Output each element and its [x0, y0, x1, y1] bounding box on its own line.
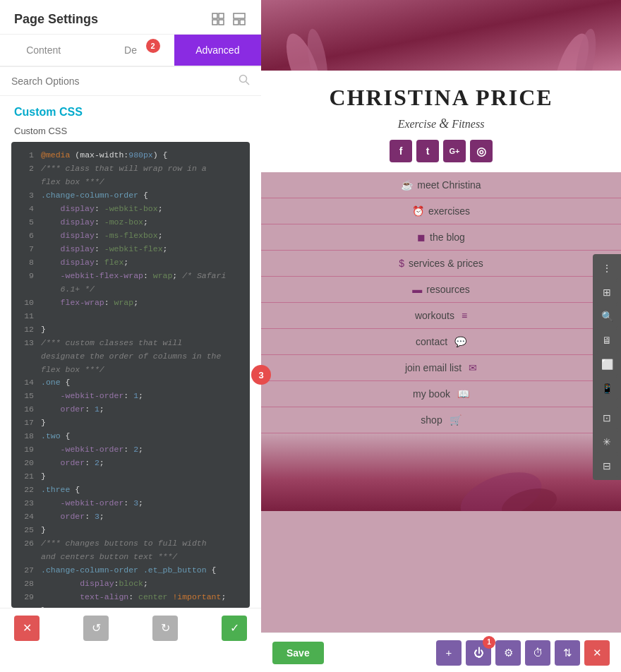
svg-rect-0 [212, 13, 217, 18]
code-line: 19 -webkit-order: 2; [21, 443, 240, 457]
nav-item-services[interactable]: $ services & prices [261, 251, 621, 277]
nav-label: meet Christina [417, 179, 481, 191]
contact-icon: 💬 [454, 336, 466, 347]
tool-search-icon[interactable]: 🔍 [596, 305, 618, 328]
svg-line-8 [246, 82, 250, 85]
twitter-icon[interactable]: t [416, 140, 439, 162]
svg-rect-2 [212, 20, 217, 25]
site-subtitle: Exercise & Fitness [398, 116, 485, 131]
search-icon [239, 74, 250, 88]
right-bar-actions: + ⏻ 1 ⚙ ⏱ ⇅ ✕ [436, 640, 610, 666]
nav-item-resources[interactable]: ▬ resources [261, 277, 621, 303]
tab-advanced[interactable]: Advanced [174, 35, 261, 66]
code-line: 25 } [21, 524, 240, 537]
right-tools-panel: ⋮ ⊞ 🔍 🖥 ⬜ 📱 ⊡ ✳ ⊟ [593, 254, 621, 480]
code-line: 30 } [21, 604, 240, 608]
code-line: 23 -webkit-order: 3; [21, 497, 240, 510]
code-line: 12 } [21, 323, 240, 337]
nav-label: my book [413, 388, 450, 400]
shop-icon: 🛒 [450, 414, 462, 426]
settings-button[interactable]: ⚙ [495, 640, 521, 666]
social-icons: f t G+ ◎ [390, 140, 493, 162]
tool-grid-icon[interactable]: ⊞ [596, 281, 618, 304]
power-button-wrap: ⏻ 1 [466, 640, 491, 666]
sort-button[interactable]: ⇅ [555, 640, 580, 666]
code-line: flex box ***/ [21, 176, 240, 189]
tool-highlight-icon[interactable]: ✳ [596, 431, 618, 453]
code-line: 7 display: -webkit-flex; [21, 243, 240, 256]
tabs-row: Content De 2 Advanced [0, 35, 261, 67]
code-line: 2/*** class that will wrap row in a [21, 162, 240, 176]
right-panel: CHRISTINA PRICE Exercise & Fitness f t G… [261, 0, 621, 672]
tab-content[interactable]: Content [0, 35, 87, 66]
nav-item-workouts[interactable]: workouts ≡ [261, 303, 621, 329]
exit-button[interactable]: ✕ [584, 640, 610, 666]
instagram-icon[interactable]: ◎ [470, 140, 493, 162]
code-line: 29 text-align: center !important; [21, 591, 240, 604]
workouts-icon: ≡ [462, 310, 467, 321]
search-input[interactable] [11, 76, 233, 87]
nav-label: resources [426, 284, 469, 295]
code-line: and centers button text ***/ [21, 551, 240, 564]
panel-title: Page Settings [14, 12, 98, 27]
tool-desktop-icon[interactable]: 🖥 [596, 329, 618, 352]
redo-button[interactable]: ↻ [152, 616, 178, 641]
nav-label: services & prices [409, 258, 483, 269]
tool-mobile-icon[interactable]: 📱 [596, 377, 618, 400]
site-title: CHRISTINA PRICE [329, 85, 553, 111]
code-line: designate the order of columns in the [21, 350, 240, 364]
email-icon: ✉ [469, 362, 477, 373]
nav-area: CHRISTINA PRICE Exercise & Fitness f t G… [261, 71, 621, 172]
nav-item-meet-christina[interactable]: ☕ meet Christina [261, 172, 621, 198]
nav-label: contact [416, 336, 447, 347]
step3-badge: 3 [251, 365, 271, 385]
facebook-icon[interactable]: f [390, 140, 412, 162]
googleplus-icon[interactable]: G+ [443, 140, 466, 162]
book-icon: 📖 [457, 388, 469, 400]
code-line: 5 display: -moz-box; [21, 216, 240, 229]
layout-icon[interactable] [231, 11, 247, 27]
nav-item-blog[interactable]: ◼ the blog [261, 224, 621, 251]
code-line: 3 .change-column-order { [21, 189, 240, 203]
nav-label: workouts [415, 310, 454, 321]
header-icons [210, 11, 247, 27]
bottom-toolbar: ✕ ↺ ↻ ✓ [0, 608, 261, 647]
panel-header: Page Settings [0, 0, 261, 35]
tab-design-badge: 2 [146, 39, 160, 53]
tool-tablet-icon[interactable]: ⬜ [596, 353, 618, 376]
add-element-button[interactable]: + [436, 640, 462, 666]
nav-item-exercises[interactable]: ⏰ exercises [261, 198, 621, 224]
search-bar [0, 67, 261, 96]
section-title: Custom CSS [0, 96, 261, 123]
code-line: 27 .change-column-order .et_pb_button { [21, 564, 240, 577]
code-line: 21 } [21, 470, 240, 484]
code-line: 9 -webkit-flex-wrap: wrap; /* Safari [21, 270, 240, 283]
code-editor[interactable]: 1@media (max-width:980px) { 2/*** class … [11, 142, 250, 608]
code-line: 15 -webkit-order: 1; [21, 390, 240, 403]
svg-rect-5 [234, 20, 239, 25]
cancel-button[interactable]: ✕ [14, 616, 40, 641]
exercises-icon: ⏰ [412, 205, 424, 217]
code-line: 28 display:block; [21, 577, 240, 591]
nav-item-shop[interactable]: shop 🛒 [261, 407, 621, 433]
code-line: 6 display: -ms-flexbox; [21, 229, 240, 243]
nav-item-book[interactable]: my book 📖 [261, 381, 621, 407]
undo-button[interactable]: ↺ [83, 616, 109, 641]
svg-rect-14 [261, 433, 621, 511]
tool-module-icon[interactable]: ⊟ [596, 455, 618, 477]
tool-select-icon[interactable]: ⊡ [596, 407, 618, 429]
history-button[interactable]: ⏱ [525, 640, 550, 666]
code-line: 20 order: 2; [21, 457, 240, 470]
tab-design[interactable]: De 2 [87, 35, 174, 66]
nav-item-contact[interactable]: contact 💬 [261, 329, 621, 355]
nav-label: join email list [405, 362, 462, 373]
svg-point-7 [240, 76, 247, 83]
css-label: Custom CSS [0, 123, 261, 142]
right-bottom-bar: Save + ⏻ 1 ⚙ ⏱ ⇅ ✕ [261, 632, 621, 672]
tool-more-icon[interactable]: ⋮ [596, 257, 618, 280]
step1-badge: 1 [483, 636, 495, 649]
expand-icon[interactable] [210, 11, 226, 27]
confirm-button[interactable]: ✓ [222, 616, 247, 641]
save-button[interactable]: Save [272, 642, 324, 664]
nav-item-email-list[interactable]: join email list ✉ [261, 355, 621, 381]
